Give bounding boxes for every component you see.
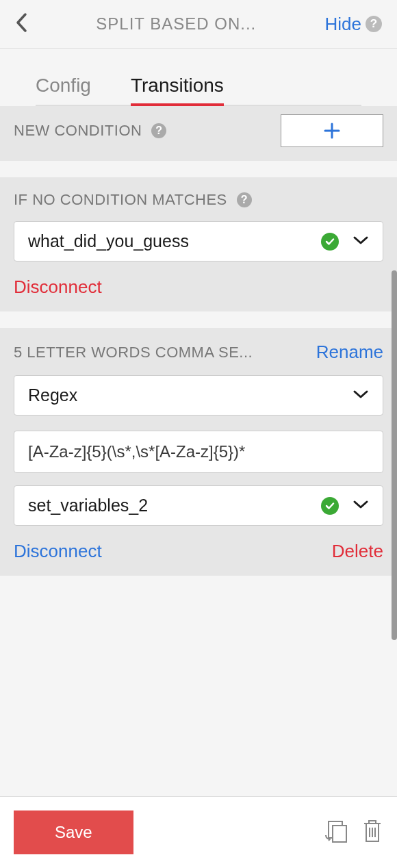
tabs: Config Transitions xyxy=(36,75,361,106)
back-button[interactable] xyxy=(15,12,27,36)
disconnect-link[interactable]: Disconnect xyxy=(14,277,102,298)
no-match-text: IF NO CONDITION MATCHES xyxy=(14,191,227,209)
header: SPLIT BASED ON... Hide ? xyxy=(0,0,397,49)
condition-type-select[interactable]: Regex xyxy=(14,375,383,416)
tab-config[interactable]: Config xyxy=(36,75,91,105)
trash-icon[interactable] xyxy=(361,818,383,847)
rename-link[interactable]: Rename xyxy=(316,342,383,363)
tab-transitions[interactable]: Transitions xyxy=(131,75,224,105)
hide-link[interactable]: Hide xyxy=(325,14,361,35)
check-icon xyxy=(321,497,339,515)
page-title: SPLIT BASED ON... xyxy=(27,14,325,34)
copy-icon[interactable] xyxy=(323,819,348,846)
help-icon[interactable]: ? xyxy=(151,123,166,138)
add-condition-button[interactable] xyxy=(281,114,383,147)
check-icon xyxy=(321,233,339,251)
chevron-down-icon xyxy=(353,500,369,512)
no-match-target-value: what_did_you_guess xyxy=(28,231,189,251)
condition-title: 5 LETTER WORDS COMMA SE... xyxy=(14,344,309,361)
new-condition-label: NEW CONDITION ? xyxy=(14,122,166,140)
svg-rect-1 xyxy=(333,826,346,842)
footer: Save xyxy=(0,796,397,868)
no-match-panel: IF NO CONDITION MATCHES ? what_did_you_g… xyxy=(0,177,397,311)
no-match-label: IF NO CONDITION MATCHES ? xyxy=(14,191,383,209)
delete-link[interactable]: Delete xyxy=(332,541,383,562)
content: NEW CONDITION ? IF NO CONDITION MATCHES … xyxy=(0,106,397,576)
no-match-target-select[interactable]: what_did_you_guess xyxy=(14,221,383,261)
help-icon[interactable]: ? xyxy=(237,192,252,207)
new-condition-text: NEW CONDITION xyxy=(14,122,142,140)
condition-target-value: set_variables_2 xyxy=(28,496,148,515)
new-condition-panel: NEW CONDITION ? xyxy=(0,106,397,161)
scrollbar[interactable] xyxy=(392,270,397,640)
regex-pattern-input[interactable]: [A-Za-z]{5}(\s*,\s*[A-Za-z]{5})* xyxy=(14,431,383,473)
save-button[interactable]: Save xyxy=(14,810,133,854)
condition-target-select[interactable]: set_variables_2 xyxy=(14,485,383,526)
condition-type-value: Regex xyxy=(28,385,77,405)
condition-panel: 5 LETTER WORDS COMMA SE... Rename Regex … xyxy=(0,328,397,576)
disconnect-link[interactable]: Disconnect xyxy=(14,541,102,562)
help-icon[interactable]: ? xyxy=(366,16,382,32)
chevron-down-icon xyxy=(353,235,369,248)
chevron-down-icon xyxy=(353,390,369,402)
